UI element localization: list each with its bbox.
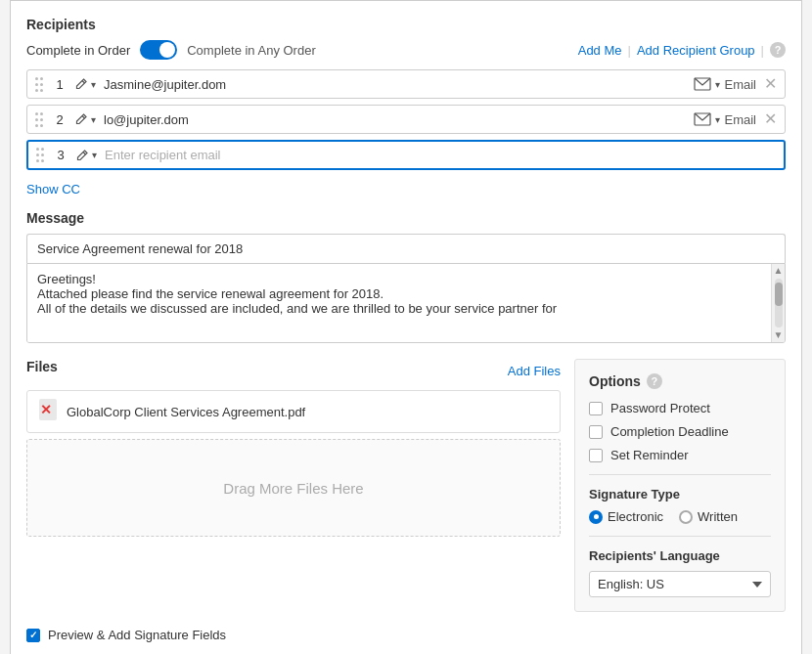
complete-in-order-toggle[interactable] — [140, 40, 177, 60]
complete-in-any-order-label: Complete in Any Order — [187, 43, 316, 58]
pen-role-btn-2[interactable]: ▾ — [74, 112, 96, 126]
drag-more-files-area[interactable]: Drag More Files Here — [26, 439, 561, 537]
email-label-1: Email — [724, 77, 756, 92]
options-help-icon[interactable]: ? — [647, 373, 662, 389]
drag-handle-1[interactable] — [35, 77, 43, 92]
message-subject-input[interactable] — [26, 234, 786, 263]
drag-handle-3[interactable] — [36, 148, 44, 162]
file-name-1: GlobalCorp Client Services Agreement.pdf — [67, 405, 305, 419]
pen-dropdown-arrow-1: ▾ — [91, 79, 96, 90]
language-select[interactable]: English: US French German Spanish — [589, 571, 771, 597]
options-divider-2 — [589, 536, 771, 537]
written-radio[interactable] — [679, 510, 693, 524]
email-dropdown-2[interactable]: ▾ — [715, 114, 720, 125]
signature-type-label: Signature Type — [589, 487, 771, 501]
set-reminder-label: Set Reminder — [610, 448, 688, 462]
show-cc-link[interactable]: Show CC — [26, 182, 80, 196]
written-label: Written — [698, 509, 738, 524]
row-number-1: 1 — [53, 77, 67, 92]
signature-written-option[interactable]: Written — [679, 509, 738, 524]
scroll-down-arrow[interactable]: ▼ — [774, 330, 784, 340]
preview-checkbox-row: Preview & Add Signature Fields — [26, 628, 786, 642]
help-icon[interactable]: ? — [770, 42, 786, 58]
electronic-label: Electronic — [608, 509, 663, 524]
remove-recipient-2[interactable]: ✕ — [764, 111, 777, 127]
options-title: Options — [589, 373, 641, 389]
recipient-row-2: 2 ▾ ▾ Email ✕ — [26, 105, 786, 134]
scroll-track[interactable] — [775, 279, 783, 327]
email-type-2: ▾ Email — [694, 112, 756, 127]
drag-handle-2[interactable] — [35, 112, 43, 127]
email-label-2: Email — [724, 112, 756, 127]
recipient-email-input-2[interactable] — [104, 112, 686, 127]
recipient-row-3: 3 ▾ — [26, 140, 786, 170]
options-panel: Options ? Password Protect Completion De… — [574, 359, 786, 612]
signature-type-section: Signature Type Electronic Written — [589, 487, 771, 524]
preview-checkbox[interactable] — [26, 629, 40, 642]
password-protect-label: Password Protect — [610, 401, 710, 415]
file-item-1: ✕ GlobalCorp Client Services Agreement.p… — [26, 390, 561, 433]
add-files-link[interactable]: Add Files — [508, 364, 561, 378]
password-protect-checkbox[interactable] — [589, 402, 603, 415]
option-set-reminder: Set Reminder — [589, 448, 771, 462]
row-number-3: 3 — [54, 148, 68, 162]
pen-dropdown-arrow-3: ▾ — [92, 150, 97, 160]
recipient-email-input-3[interactable] — [105, 148, 776, 162]
pen-dropdown-arrow-2: ▾ — [91, 114, 96, 125]
completion-deadline-label: Completion Deadline — [610, 424, 729, 439]
remove-recipient-1[interactable]: ✕ — [764, 76, 777, 92]
pdf-cross: ✕ — [40, 402, 52, 417]
completion-deadline-checkbox[interactable] — [589, 425, 603, 439]
email-type-1: ▾ Email — [694, 77, 756, 92]
add-me-link[interactable]: Add Me — [578, 43, 622, 58]
pen-role-btn-1[interactable]: ▾ — [74, 77, 96, 91]
set-reminder-checkbox[interactable] — [589, 449, 603, 462]
divider: | — [628, 43, 631, 58]
recipient-email-input-1[interactable] — [104, 77, 686, 92]
row-number-2: 2 — [53, 112, 67, 127]
divider2: | — [761, 43, 764, 58]
complete-in-order-label: Complete in Order — [26, 43, 130, 58]
message-body-textarea[interactable] — [27, 264, 771, 342]
email-dropdown-1[interactable]: ▾ — [715, 79, 720, 90]
scroll-up-arrow[interactable]: ▲ — [774, 266, 784, 276]
scroll-thumb[interactable] — [775, 283, 783, 306]
language-section: Recipients' Language English: US French … — [589, 548, 771, 597]
options-divider-1 — [589, 474, 771, 475]
files-section-title: Files — [26, 359, 58, 374]
recipients-section-title: Recipients — [26, 17, 786, 32]
pdf-icon: ✕ — [37, 399, 59, 424]
add-recipient-group-link[interactable]: Add Recipient Group — [637, 43, 755, 58]
message-section-title: Message — [26, 210, 786, 226]
electronic-radio[interactable] — [589, 510, 603, 524]
signature-electronic-option[interactable]: Electronic — [589, 509, 663, 524]
recipient-row-1: 1 ▾ ▾ Email ✕ — [26, 69, 786, 99]
scrollbar[interactable]: ▲ ▼ — [771, 264, 785, 342]
preview-label: Preview & Add Signature Fields — [48, 628, 226, 642]
language-label: Recipients' Language — [589, 548, 771, 563]
pen-role-btn-3[interactable]: ▾ — [75, 149, 97, 162]
option-password-protect: Password Protect — [589, 401, 771, 415]
option-completion-deadline: Completion Deadline — [589, 424, 771, 439]
drag-more-label: Drag More Files Here — [223, 480, 363, 497]
